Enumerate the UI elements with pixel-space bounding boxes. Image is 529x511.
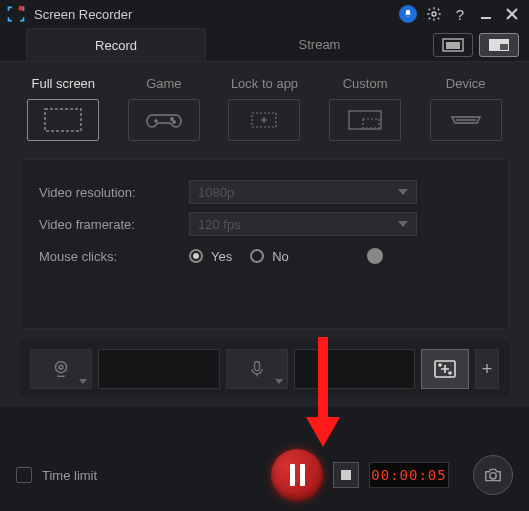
close-button[interactable] [501,3,523,25]
mouse-yes-label: Yes [211,249,232,264]
stop-recording-button[interactable] [333,462,359,488]
radio-icon [250,249,264,263]
overlay-sparkle-icon [433,359,457,379]
framerate-select[interactable]: 120 fps [189,212,417,236]
minimize-button[interactable] [475,3,497,25]
tab-record-label: Record [95,38,137,53]
app-logo-icon [6,4,26,24]
input-devices-bar: + [20,341,509,397]
crosshair-rect-icon [244,107,284,133]
app-title: Screen Recorder [34,7,132,22]
tab-stream-label: Stream [299,37,341,52]
minimize-icon [480,8,492,20]
chevron-down-icon [275,379,283,384]
chevron-down-icon [398,189,408,195]
fullscreen-icon [488,38,510,52]
chevron-down-icon [79,379,87,384]
recording-timer: 00:00:05 [369,462,449,488]
source-lock-to-app[interactable]: Lock to app [221,76,308,141]
monitor-icon [43,107,83,133]
mouse-clicks-label: Mouse clicks: [39,249,189,264]
microphone-field[interactable] [294,349,416,389]
mouse-no-label: No [272,249,289,264]
time-limit-label: Time limit [42,468,97,483]
resolution-label: Video resolution: [39,185,189,200]
resolution-value: 1080p [198,185,234,200]
source-game-label: Game [146,76,181,91]
source-game[interactable]: Game [121,76,208,141]
source-device[interactable]: Device [422,76,509,141]
click-color-indicator[interactable] [367,248,383,264]
mode-fullscreen-button[interactable] [479,33,519,57]
microphone-toggle[interactable] [226,349,288,389]
svg-rect-9 [45,109,81,131]
window-icon [442,38,464,52]
gamepad-icon [144,107,184,133]
source-custom[interactable]: Custom [322,76,409,141]
svg-point-20 [56,362,67,373]
mouse-clicks-yes-radio[interactable]: Yes [189,249,232,264]
settings-button[interactable] [423,3,445,25]
settings-panel: Video resolution: 1080p Video framerate:… [20,159,509,329]
svg-point-21 [59,365,63,369]
webcam-field[interactable] [98,349,220,389]
camera-icon [483,467,503,483]
time-limit-checkbox[interactable] [16,467,32,483]
tab-bar: Record Stream [0,28,529,62]
chevron-down-icon [398,221,408,227]
screenshot-button[interactable] [473,455,513,495]
pause-recording-button[interactable] [271,449,323,501]
recording-controls: Time limit 00:00:05 [0,439,529,511]
tab-stream[interactable]: Stream [206,28,433,61]
capture-source-row: Full screen Game Lock to app Custom Devi… [20,76,509,141]
mode-windowed-button[interactable] [433,33,473,57]
svg-rect-17 [349,111,381,129]
tab-record[interactable]: Record [26,28,206,61]
plus-icon: + [482,359,493,380]
svg-rect-6 [446,42,460,49]
svg-point-26 [490,473,496,479]
svg-point-25 [449,372,451,374]
add-overlay-button[interactable]: + [475,349,499,389]
custom-region-icon [345,107,385,133]
close-icon [506,8,518,20]
svg-point-13 [173,121,175,123]
radio-icon [189,249,203,263]
overlay-toggle[interactable] [421,349,469,389]
svg-point-24 [439,364,441,366]
source-device-label: Device [446,76,486,91]
hdmi-icon [446,107,486,133]
svg-point-12 [171,118,173,120]
mouse-clicks-no-radio[interactable]: No [250,249,289,264]
svg-rect-8 [500,44,508,50]
source-full-screen[interactable]: Full screen [20,76,107,141]
help-icon: ? [456,6,464,23]
resolution-select[interactable]: 1080p [189,180,417,204]
svg-point-0 [19,6,24,11]
source-full-screen-label: Full screen [32,76,96,91]
framerate-value: 120 fps [198,217,241,232]
titlebar: Screen Recorder ? [0,0,529,28]
svg-rect-22 [254,362,259,371]
pause-icon [290,464,305,486]
record-panel: Full screen Game Lock to app Custom Devi… [0,62,529,407]
webcam-toggle[interactable] [30,349,92,389]
bell-icon [399,5,417,23]
notifications-button[interactable] [397,3,419,25]
stop-icon [341,470,351,480]
webcam-icon [50,358,72,380]
svg-rect-18 [363,119,379,128]
source-custom-label: Custom [343,76,388,91]
svg-point-1 [432,12,436,16]
source-lock-label: Lock to app [231,76,298,91]
help-button[interactable]: ? [449,3,471,25]
gear-icon [426,6,442,22]
framerate-label: Video framerate: [39,217,189,232]
microphone-icon [247,358,267,380]
